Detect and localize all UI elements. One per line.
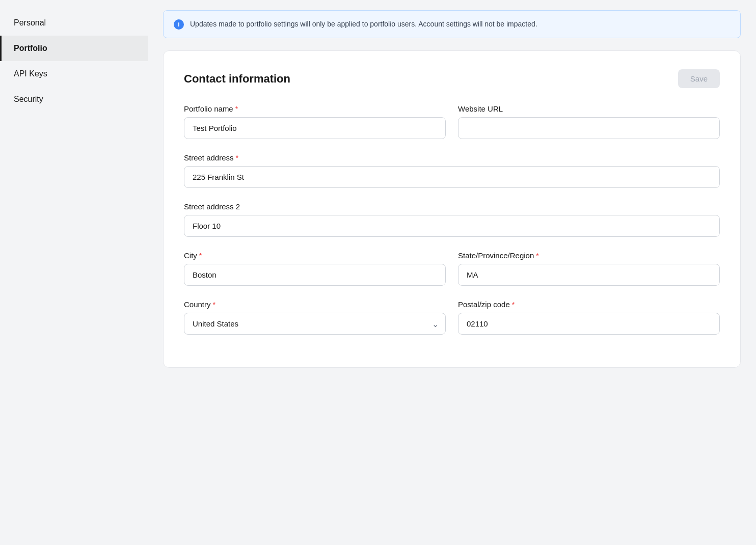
sidebar-item-api-keys[interactable]: API Keys bbox=[0, 61, 148, 87]
portfolio-name-input[interactable] bbox=[184, 117, 446, 139]
form-group-street-address2: Street address 2 bbox=[184, 202, 720, 237]
sidebar-item-label-portfolio: Portfolio bbox=[14, 44, 47, 53]
sidebar-item-label-personal: Personal bbox=[14, 18, 46, 28]
street-address2-label: Street address 2 bbox=[184, 202, 720, 211]
info-banner: i Updates made to portfolio settings wil… bbox=[163, 10, 741, 38]
city-required: * bbox=[199, 252, 202, 260]
street-address-label: Street address * bbox=[184, 153, 720, 162]
portfolio-name-required: * bbox=[235, 105, 238, 113]
state-label: State/Province/Region * bbox=[458, 251, 720, 260]
sidebar-item-portfolio[interactable]: Portfolio bbox=[0, 36, 148, 61]
country-label: Country * bbox=[184, 300, 446, 309]
sidebar-item-security[interactable]: Security bbox=[0, 87, 148, 112]
postal-label: Postal/zip code * bbox=[458, 300, 720, 309]
country-select[interactable]: United States Canada United Kingdom bbox=[184, 313, 446, 335]
main-content: i Updates made to portfolio settings wil… bbox=[148, 0, 756, 545]
form-row-street-address2: Street address 2 bbox=[184, 202, 720, 237]
street-address2-input[interactable] bbox=[184, 215, 720, 237]
form-group-postal: Postal/zip code * bbox=[458, 300, 720, 335]
form-row-name-url: Portfolio name * Website URL bbox=[184, 104, 720, 139]
save-button[interactable]: Save bbox=[678, 69, 720, 88]
city-label: City * bbox=[184, 251, 446, 260]
info-icon: i bbox=[174, 19, 184, 30]
postal-input[interactable] bbox=[458, 313, 720, 335]
state-input[interactable] bbox=[458, 264, 720, 286]
sidebar-item-personal[interactable]: Personal bbox=[0, 10, 148, 36]
street-address-required: * bbox=[236, 154, 238, 162]
form-title: Contact information bbox=[184, 72, 290, 86]
street-address-input[interactable] bbox=[184, 166, 720, 188]
form-header: Contact information Save bbox=[184, 69, 720, 88]
sidebar-item-label-api-keys: API Keys bbox=[14, 69, 47, 78]
form-group-state: State/Province/Region * bbox=[458, 251, 720, 286]
country-required: * bbox=[213, 301, 215, 309]
form-row-country-postal: Country * United States Canada United Ki… bbox=[184, 300, 720, 335]
form-group-city: City * bbox=[184, 251, 446, 286]
sidebar-item-label-security: Security bbox=[14, 95, 43, 104]
form-row-city-state: City * State/Province/Region * bbox=[184, 251, 720, 286]
state-required: * bbox=[536, 252, 538, 260]
form-group-country: Country * United States Canada United Ki… bbox=[184, 300, 446, 335]
city-input[interactable] bbox=[184, 264, 446, 286]
form-group-street-address: Street address * bbox=[184, 153, 720, 188]
country-select-wrapper: United States Canada United Kingdom ⌄ bbox=[184, 313, 446, 335]
sidebar: Personal Portfolio API Keys Security bbox=[0, 0, 148, 545]
info-banner-text: Updates made to portfolio settings will … bbox=[190, 19, 537, 30]
form-group-website-url: Website URL bbox=[458, 104, 720, 139]
portfolio-name-label: Portfolio name * bbox=[184, 104, 446, 113]
form-row-street-address: Street address * bbox=[184, 153, 720, 188]
contact-information-card: Contact information Save Portfolio name … bbox=[163, 50, 741, 368]
website-url-input[interactable] bbox=[458, 117, 720, 139]
form-group-portfolio-name: Portfolio name * bbox=[184, 104, 446, 139]
website-url-label: Website URL bbox=[458, 104, 720, 113]
postal-required: * bbox=[512, 301, 515, 309]
